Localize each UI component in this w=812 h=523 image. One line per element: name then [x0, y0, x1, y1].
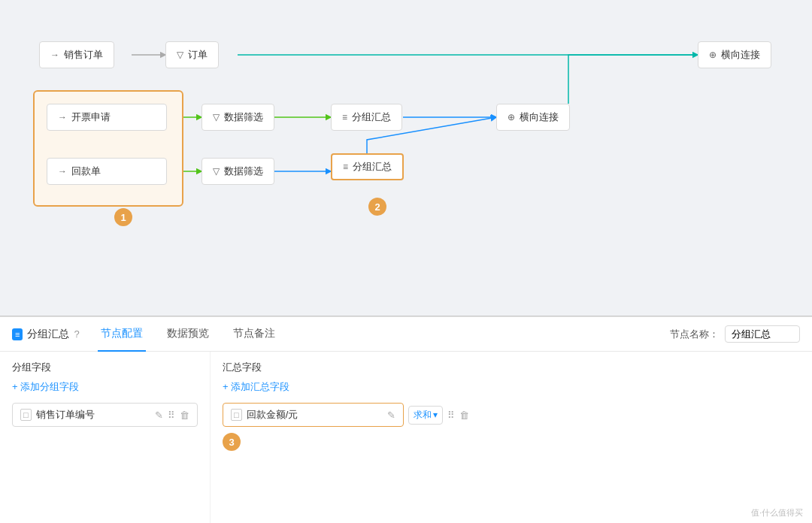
node-icon-hjoin-mid: ⊕ — [508, 112, 515, 122]
watermark: 值·什么值得买 — [751, 507, 803, 518]
add-summary-field-btn[interactable]: + 添加汇总字段 — [223, 380, 469, 394]
field-name-0: 销售订单编号 — [36, 408, 150, 422]
node-group-summary-1[interactable]: ≡ 分组汇总 — [331, 104, 402, 131]
node-icon-invoice: → — [58, 112, 67, 122]
node-name-section: 节点名称： — [670, 325, 800, 343]
node-label-refund: 回款单 — [71, 165, 101, 178]
bottom-panel: ≡ 分组汇总 ? 节点配置 数据预览 节点备注 节点名称： 分组字段 + 添加分… — [0, 316, 812, 523]
summary-field-actions: ⠿ 🗑 — [447, 410, 469, 421]
node-icon-gs2: ≡ — [343, 162, 348, 172]
node-label-gs2: 分组汇总 — [353, 160, 392, 174]
field-edit-icon[interactable]: ✎ — [155, 410, 163, 421]
field-actions-0: ✎ ⠿ 🗑 — [155, 410, 189, 421]
summary-field-inner[interactable]: □ 回款金额/元 ✎ — [223, 403, 404, 427]
node-group-summary-2[interactable]: ≡ 分组汇总 — [331, 153, 404, 180]
summary-field-name: 回款金额/元 — [247, 408, 383, 422]
node-icon-gs1: ≡ — [342, 112, 347, 122]
field-drag-icon[interactable]: ⠿ — [168, 410, 175, 421]
help-icon[interactable]: ? — [74, 328, 79, 340]
field-delete-icon[interactable]: 🗑 — [180, 410, 189, 421]
badge-2: 2 — [368, 198, 386, 216]
tab-node-config[interactable]: 节点配置 — [98, 317, 146, 352]
summary-field-type-icon: □ — [231, 409, 242, 421]
node-label-hjoin-mid: 横向连接 — [520, 110, 559, 124]
node-name-input[interactable] — [725, 325, 800, 343]
summary-field-edit-icon[interactable]: ✎ — [387, 410, 395, 421]
node-icon-filter1: ▽ — [213, 112, 220, 122]
summary-field-row-0: □ 回款金额/元 ✎ 求和 ▾ ⠿ 🗑 — [223, 403, 469, 427]
tab-node-note[interactable]: 节点备注 — [230, 317, 278, 352]
field-type-icon-0: □ — [20, 409, 32, 421]
node-label-order: 订单 — [188, 48, 208, 62]
node-data-filter-1[interactable]: ▽ 数据筛选 — [201, 104, 274, 131]
panel-title: ≡ 分组汇总 ? — [12, 328, 80, 341]
node-data-filter-2[interactable]: ▽ 数据筛选 — [201, 158, 274, 185]
summary-drag-icon[interactable]: ⠿ — [447, 410, 455, 421]
tab-data-preview[interactable]: 数据预览 — [164, 317, 212, 352]
group-field-row-0[interactable]: □ 销售订单编号 ✎ ⠿ 🗑 — [12, 403, 198, 427]
node-label-invoice: 开票申请 — [71, 110, 111, 124]
node-icon-order: ▽ — [177, 50, 183, 60]
panel-tabs: ≡ 分组汇总 ? 节点配置 数据预览 节点备注 节点名称： — [0, 317, 812, 352]
panel-title-icon: ≡ — [12, 328, 23, 340]
panel-title-text: 分组汇总 — [27, 328, 69, 341]
node-icon-sales-order: → — [50, 50, 59, 60]
node-horizontal-join-mid[interactable]: ⊕ 横向连接 — [496, 104, 570, 131]
add-group-field-btn[interactable]: + 添加分组字段 — [12, 380, 198, 394]
summary-delete-icon[interactable]: 🗑 — [459, 410, 469, 421]
chevron-down-icon: ▾ — [433, 410, 438, 420]
node-icon-refund: → — [58, 166, 67, 177]
node-sales-order[interactable]: → 销售订单 — [39, 41, 114, 68]
node-label-filter1: 数据筛选 — [224, 110, 263, 124]
node-order[interactable]: ▽ 订单 — [165, 41, 219, 68]
panel-body: 分组字段 + 添加分组字段 □ 销售订单编号 ✎ ⠿ 🗑 汇总字段 + 添加汇总… — [0, 352, 812, 523]
node-label-hjoin-top: 横向连接 — [721, 48, 760, 62]
node-name-label: 节点名称： — [670, 328, 719, 341]
group-fields-col: 分组字段 + 添加分组字段 □ 销售订单编号 ✎ ⠿ 🗑 — [0, 352, 211, 523]
node-refund-order[interactable]: → 回款单 — [47, 158, 167, 185]
summary-fields-title: 汇总字段 — [223, 361, 469, 374]
node-label-gs1: 分组汇总 — [352, 110, 391, 124]
agg-type-select[interactable]: 求和 ▾ — [408, 406, 443, 425]
node-invoice-req[interactable]: → 开票申请 — [47, 104, 167, 131]
node-horizontal-join-top[interactable]: ⊕ 横向连接 — [698, 41, 771, 68]
node-label-sales-order: 销售订单 — [64, 48, 103, 62]
node-icon-hjoin-top: ⊕ — [709, 50, 717, 60]
canvas-area: → 销售订单 ▽ 订单 ⊕ 横向连接 → 开票申请 → 回款单 ▽ 数据筛选 ▽… — [0, 0, 812, 316]
badge-1: 1 — [114, 208, 132, 226]
node-icon-filter2: ▽ — [213, 166, 220, 177]
node-label-filter2: 数据筛选 — [224, 165, 263, 178]
group-fields-title: 分组字段 — [12, 361, 198, 374]
summary-fields-col: 汇总字段 + 添加汇总字段 □ 回款金额/元 ✎ 求和 ▾ ⠿ 🗑 — [211, 352, 481, 523]
badge-3: 3 — [223, 433, 241, 451]
